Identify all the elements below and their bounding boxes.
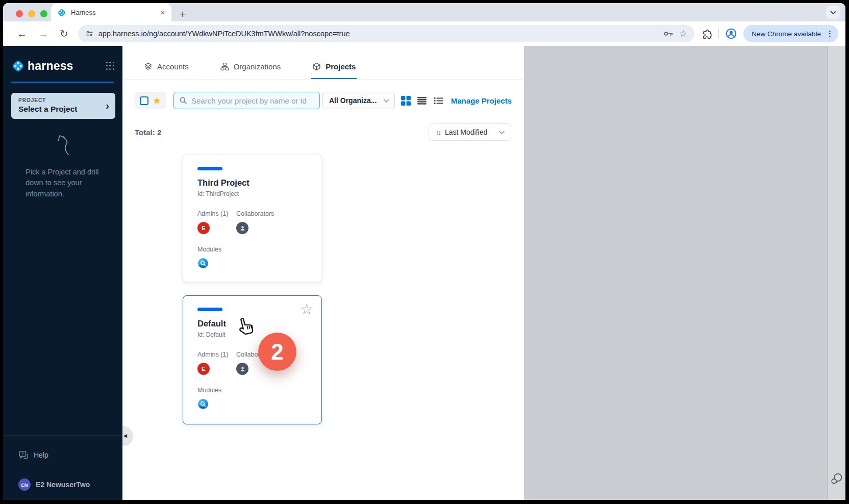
traffic-lights bbox=[16, 10, 47, 17]
address-bar[interactable]: app.harness.io/ng/account/YWdkwNPiTceDUK… bbox=[78, 25, 694, 42]
rows-view-icon[interactable] bbox=[417, 97, 427, 105]
favorite-star-icon[interactable]: ★ bbox=[153, 96, 161, 106]
toolbar-right: New Chrome available ⋮ bbox=[697, 25, 838, 42]
annotation-step-badge: 2 bbox=[258, 333, 296, 371]
forward-button[interactable]: → bbox=[33, 29, 54, 39]
sidebar: harness PROJECT Select a Project › Pick … bbox=[3, 46, 122, 500]
chevron-down-icon bbox=[830, 11, 836, 15]
tab-organizations[interactable]: Organizations bbox=[219, 56, 282, 79]
tab-accounts[interactable]: Accounts bbox=[143, 56, 190, 79]
user-name: E2 NewuserTwo bbox=[36, 481, 90, 489]
help-chat-icon: ? bbox=[18, 450, 29, 460]
sidebar-divider bbox=[11, 82, 114, 83]
page-body: harness PROJECT Select a Project › Pick … bbox=[3, 46, 845, 500]
project-id: Id: ThirdProject bbox=[197, 190, 309, 197]
search-icon bbox=[179, 96, 187, 105]
collaborator-avatar bbox=[236, 363, 248, 375]
collaborator-avatar bbox=[236, 222, 248, 234]
user-avatar: EN bbox=[18, 478, 31, 491]
modules-label: Modules bbox=[197, 246, 309, 253]
chrome-update-chip[interactable]: New Chrome available ⋮ bbox=[743, 25, 838, 42]
bookmark-star-icon[interactable]: ☆ bbox=[679, 29, 687, 38]
new-tab-button[interactable]: + bbox=[180, 9, 186, 19]
project-card-default[interactable]: ☆ Default Id: Default Admins (1) E Colla… bbox=[183, 295, 322, 424]
organization-dropdown-value: All Organiza... bbox=[329, 96, 384, 105]
search-input[interactable] bbox=[191, 96, 314, 105]
view-toggles bbox=[401, 96, 443, 106]
tab-projects-label: Projects bbox=[326, 62, 356, 71]
chevron-down-icon bbox=[499, 131, 505, 134]
card-accent-bar bbox=[197, 308, 222, 311]
tab-strip: Harness ✕ + bbox=[3, 3, 845, 21]
profile-icon[interactable] bbox=[725, 28, 737, 40]
browser-toolbar: ← → ↻ app.harness.io/ng/account/YWdkwNPi… bbox=[3, 21, 845, 46]
organization-dropdown[interactable]: All Organiza... bbox=[322, 92, 395, 109]
sidebar-hint-text: Pick a Project and drill down to see you… bbox=[26, 167, 113, 199]
tab-accounts-label: Accounts bbox=[157, 62, 189, 71]
sort-icon: ↑↓ bbox=[436, 129, 440, 136]
collapse-arrow-icon: ◀ bbox=[123, 433, 127, 438]
tab-organizations-label: Organizations bbox=[234, 62, 281, 71]
project-title: Third Project bbox=[197, 178, 309, 188]
filter-row: ★ All Organiza... bbox=[122, 92, 524, 109]
harness-logo-icon[interactable] bbox=[11, 59, 25, 73]
cube-icon bbox=[312, 62, 321, 71]
person-icon bbox=[239, 225, 246, 232]
browser-window: Harness ✕ + ← → ↻ app.harness.io/ng/acco… bbox=[3, 3, 845, 500]
url-text: app.harness.io/ng/account/YWdkwNPiTceDUK… bbox=[98, 30, 658, 38]
project-picker[interactable]: PROJECT Select a Project › bbox=[11, 93, 115, 119]
main-content: Accounts Organizations Projects bbox=[122, 46, 524, 500]
chevron-right-icon: › bbox=[106, 100, 109, 112]
project-card-list: Third Project Id: ThirdProject Admins (1… bbox=[183, 155, 322, 424]
admin-avatar: E bbox=[197, 363, 210, 375]
admin-avatar: E bbox=[197, 222, 210, 234]
total-row: Total: 2 ↑↓ Last Modified bbox=[122, 123, 524, 141]
admins-label: Admins (1) bbox=[197, 210, 236, 217]
org-chart-icon bbox=[220, 62, 229, 71]
browser-menu-icon[interactable]: ⋮ bbox=[826, 29, 833, 38]
close-window-button[interactable] bbox=[16, 10, 23, 17]
password-key-icon[interactable] bbox=[663, 29, 674, 38]
site-info-icon[interactable] bbox=[85, 30, 93, 38]
app-grid-icon[interactable] bbox=[106, 62, 114, 70]
sort-value: Last Modified bbox=[445, 128, 494, 136]
favorites-checkbox[interactable] bbox=[140, 96, 148, 105]
svg-text:?: ? bbox=[21, 451, 24, 456]
maximize-window-button[interactable] bbox=[40, 10, 47, 17]
favorite-toggle-icon[interactable]: ☆ bbox=[300, 302, 313, 317]
arrow-doodle-icon bbox=[50, 132, 76, 157]
tab-projects[interactable]: Projects bbox=[311, 56, 357, 79]
layers-icon bbox=[144, 62, 153, 71]
help-button[interactable]: ? Help bbox=[18, 450, 122, 460]
favorites-filter: ★ bbox=[135, 92, 166, 109]
harness-favicon-icon bbox=[57, 8, 66, 17]
extensions-icon[interactable] bbox=[702, 29, 712, 39]
browser-tab[interactable]: Harness ✕ bbox=[51, 4, 171, 21]
grid-view-icon[interactable] bbox=[401, 96, 411, 106]
project-search bbox=[173, 92, 320, 109]
minimize-window-button[interactable] bbox=[28, 10, 35, 17]
project-card-third-project[interactable]: Third Project Id: ThirdProject Admins (1… bbox=[183, 155, 322, 282]
compact-list-view-icon[interactable] bbox=[434, 97, 443, 105]
collaborators-label: Collaborators bbox=[236, 210, 274, 217]
reload-button[interactable]: ↻ bbox=[54, 29, 74, 39]
manage-projects-link[interactable]: Manage Projects bbox=[451, 96, 512, 105]
tab-close-icon[interactable]: ✕ bbox=[160, 9, 165, 16]
tab-search-button[interactable] bbox=[826, 6, 840, 19]
tab-title: Harness bbox=[71, 9, 156, 16]
project-picker-label: PROJECT bbox=[18, 97, 106, 103]
sort-dropdown[interactable]: ↑↓ Last Modified bbox=[429, 123, 511, 141]
feedback-chat-icon[interactable] bbox=[830, 472, 843, 486]
modules-label: Modules bbox=[197, 387, 309, 394]
user-menu[interactable]: EN E2 NewuserTwo bbox=[18, 478, 122, 491]
toolbar-divider bbox=[718, 29, 719, 39]
card-accent-bar bbox=[197, 167, 222, 170]
right-side-strip bbox=[827, 46, 845, 500]
chaos-module-icon bbox=[197, 258, 209, 269]
total-count: Total: 2 bbox=[135, 128, 161, 137]
harness-logo-text[interactable]: harness bbox=[28, 59, 106, 73]
empty-gray-area bbox=[524, 46, 827, 500]
sidebar-bottom: ? Help EN E2 NewuserTwo bbox=[3, 435, 122, 500]
chrome-update-label: New Chrome available bbox=[752, 30, 821, 38]
back-button[interactable]: ← bbox=[11, 29, 33, 39]
